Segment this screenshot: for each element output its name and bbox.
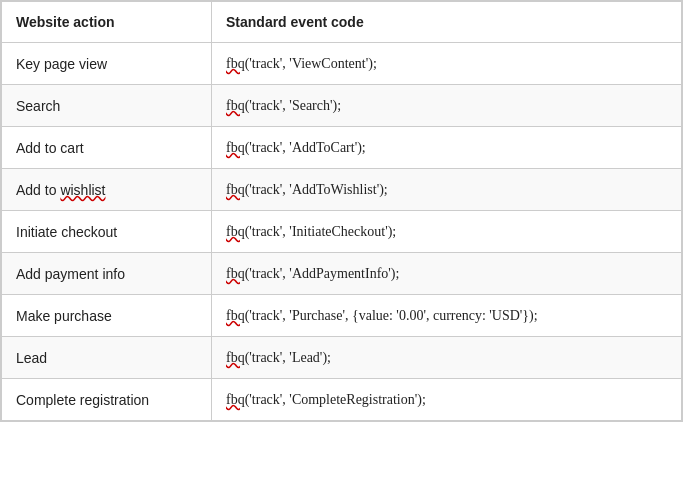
cell-code: fbq('track', 'AddPaymentInfo'); bbox=[212, 253, 682, 295]
code-content: fbq('track', 'ViewContent'); bbox=[226, 56, 377, 71]
cell-code: fbq('track', 'AddToWishlist'); bbox=[212, 169, 682, 211]
events-table: Website action Standard event code Key p… bbox=[1, 1, 682, 421]
cell-action: Key page view bbox=[2, 43, 212, 85]
cell-code: fbq('track', 'Lead'); bbox=[212, 337, 682, 379]
code-content: fbq('track', 'CompleteRegistration'); bbox=[226, 392, 426, 407]
cell-action: Make purchase bbox=[2, 295, 212, 337]
table-row: Complete registrationfbq('track', 'Compl… bbox=[2, 379, 682, 421]
header-event-code: Standard event code bbox=[212, 2, 682, 43]
header-website-action: Website action bbox=[2, 2, 212, 43]
table-row: Initiate checkoutfbq('track', 'InitiateC… bbox=[2, 211, 682, 253]
fbq-function: fbq bbox=[226, 224, 245, 239]
cell-code: fbq('track', 'CompleteRegistration'); bbox=[212, 379, 682, 421]
fbq-function: fbq bbox=[226, 308, 245, 323]
wishlist-link[interactable]: wishlist bbox=[60, 182, 105, 198]
code-content: fbq('track', 'Search'); bbox=[226, 98, 341, 113]
cell-code: fbq('track', 'InitiateCheckout'); bbox=[212, 211, 682, 253]
table-header-row: Website action Standard event code bbox=[2, 2, 682, 43]
cell-code: fbq('track', 'Purchase', {value: '0.00',… bbox=[212, 295, 682, 337]
table-row: Add to wishlistfbq('track', 'AddToWishli… bbox=[2, 169, 682, 211]
fbq-function: fbq bbox=[226, 56, 245, 71]
fbq-function: fbq bbox=[226, 182, 245, 197]
cell-action: Search bbox=[2, 85, 212, 127]
table-row: Key page viewfbq('track', 'ViewContent')… bbox=[2, 43, 682, 85]
table-row: Make purchasefbq('track', 'Purchase', {v… bbox=[2, 295, 682, 337]
fbq-function: fbq bbox=[226, 350, 245, 365]
code-content: fbq('track', 'InitiateCheckout'); bbox=[226, 224, 396, 239]
fbq-function: fbq bbox=[226, 98, 245, 113]
cell-action: Initiate checkout bbox=[2, 211, 212, 253]
code-content: fbq('track', 'AddToWishlist'); bbox=[226, 182, 388, 197]
code-content: fbq('track', 'Purchase', {value: '0.00',… bbox=[226, 308, 538, 323]
code-content: fbq('track', 'AddToCart'); bbox=[226, 140, 366, 155]
fbq-function: fbq bbox=[226, 392, 245, 407]
fbq-function: fbq bbox=[226, 140, 245, 155]
cell-action: Complete registration bbox=[2, 379, 212, 421]
cell-action: Add payment info bbox=[2, 253, 212, 295]
cell-code: fbq('track', 'ViewContent'); bbox=[212, 43, 682, 85]
code-content: fbq('track', 'AddPaymentInfo'); bbox=[226, 266, 399, 281]
cell-action: Add to wishlist bbox=[2, 169, 212, 211]
table-row: Add payment infofbq('track', 'AddPayment… bbox=[2, 253, 682, 295]
cell-code: fbq('track', 'AddToCart'); bbox=[212, 127, 682, 169]
fbq-function: fbq bbox=[226, 266, 245, 281]
cell-action: Lead bbox=[2, 337, 212, 379]
table-row: Add to cartfbq('track', 'AddToCart'); bbox=[2, 127, 682, 169]
table-row: Searchfbq('track', 'Search'); bbox=[2, 85, 682, 127]
code-content: fbq('track', 'Lead'); bbox=[226, 350, 331, 365]
cell-action: Add to cart bbox=[2, 127, 212, 169]
cell-code: fbq('track', 'Search'); bbox=[212, 85, 682, 127]
main-table-container: Website action Standard event code Key p… bbox=[0, 0, 683, 422]
table-row: Leadfbq('track', 'Lead'); bbox=[2, 337, 682, 379]
